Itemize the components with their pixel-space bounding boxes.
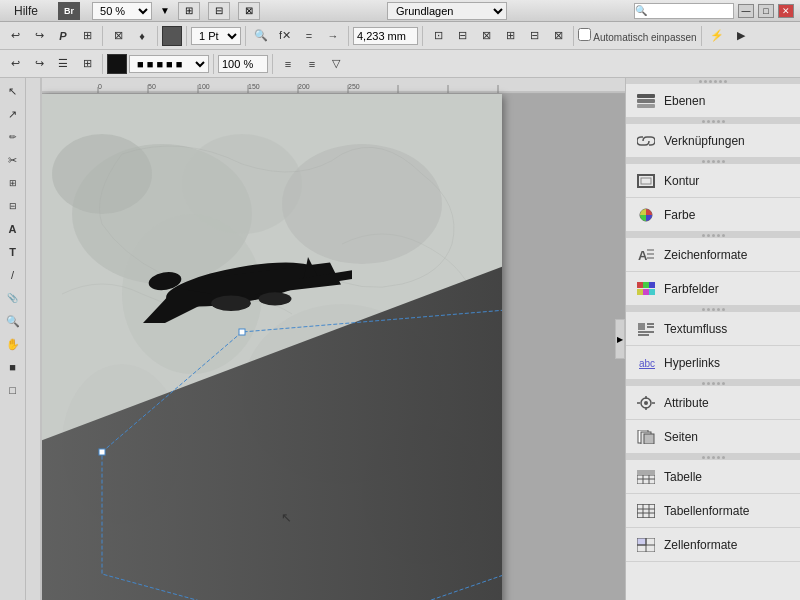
svg-rect-88 [637, 538, 646, 545]
undo-button[interactable]: ↩ [4, 25, 26, 47]
clip-tool[interactable]: 📎 [2, 287, 24, 309]
panel-item-tabellenformate[interactable]: Tabellenformate [626, 494, 800, 528]
svg-text:0: 0 [98, 83, 102, 90]
panel-item-farbfelder[interactable]: Farbfelder [626, 272, 800, 306]
select-tool[interactable]: ↖ [2, 80, 24, 102]
svg-rect-57 [649, 282, 655, 288]
view-btn-2[interactable]: ⊟ [208, 2, 230, 20]
panel-item-attribute[interactable]: Attribute [626, 386, 800, 420]
align-bottom[interactable]: ⊠ [547, 25, 569, 47]
close-button[interactable]: ✕ [778, 4, 794, 18]
autofit-checkbox[interactable] [578, 28, 591, 41]
type-vertical[interactable]: T [2, 241, 24, 263]
maximize-button[interactable]: □ [758, 4, 774, 18]
view-btn-3[interactable]: ⊠ [238, 2, 260, 20]
redo-button[interactable]: ↪ [28, 25, 50, 47]
distribute-v[interactable]: ⊟ [451, 25, 473, 47]
line-tool[interactable]: / [2, 264, 24, 286]
textumfluss-label: Textumfluss [664, 322, 727, 336]
stroke-color-select[interactable]: ■ ■ ■ ■ ■ [129, 55, 209, 73]
sep-s1 [102, 54, 103, 74]
align-left[interactable]: ⊠ [475, 25, 497, 47]
ellipse-tool[interactable]: ⊟ [2, 195, 24, 217]
align-top[interactable]: ⊟ [523, 25, 545, 47]
stroke-color-swatch[interactable] [107, 54, 127, 74]
svg-rect-47 [637, 104, 655, 108]
panel-item-zellenformate[interactable]: Zellenformate [626, 528, 800, 562]
rect-frame-tool[interactable]: ⊞ [2, 172, 24, 194]
panel-item-seiten[interactable]: Seiten [626, 420, 800, 454]
fill-box[interactable]: ■ [2, 356, 24, 378]
svg-point-23 [282, 144, 442, 264]
svg-rect-59 [643, 289, 649, 295]
sep-3 [186, 26, 187, 46]
sep-2 [157, 26, 158, 46]
tool-s3[interactable]: ☰ [52, 53, 74, 75]
panel-item-textumfluss[interactable]: Textumfluss [626, 312, 800, 346]
x-position-input[interactable] [353, 27, 418, 45]
direct-select[interactable]: ↗ [2, 103, 24, 125]
effects-tool[interactable]: ♦ [131, 25, 153, 47]
fill-color-swatch[interactable] [162, 26, 182, 46]
svg-text:200: 200 [298, 83, 310, 90]
zoom-out-btn[interactable]: 🔍 [250, 25, 272, 47]
textwrap-icon [636, 321, 656, 337]
align-left-para[interactable]: ≡ [277, 53, 299, 75]
svg-point-21 [52, 134, 152, 214]
align-right-para[interactable]: ≡ [301, 53, 323, 75]
panel-item-kontur[interactable]: Kontur [626, 164, 800, 198]
formula-btn[interactable]: f✕ [274, 25, 296, 47]
view-btn-1[interactable]: ⊞ [178, 2, 200, 20]
align-btn[interactable]: = [298, 25, 320, 47]
lightning-btn[interactable]: ⚡ [706, 25, 728, 47]
svg-point-37 [259, 292, 292, 305]
search-input[interactable] [634, 3, 734, 19]
svg-point-36 [211, 296, 251, 311]
hand-tool[interactable]: ✋ [2, 333, 24, 355]
panel-item-farbe[interactable]: Farbe [626, 198, 800, 232]
panel-item-zeichenformate[interactable]: A Zeichenformate [626, 238, 800, 272]
stroke-box[interactable]: □ [2, 379, 24, 401]
ruler-horizontal: 0 50 100 150 200 250 [26, 78, 625, 94]
svg-text:100: 100 [198, 83, 210, 90]
charformat-icon: A [636, 247, 656, 263]
panel-item-ebenen[interactable]: Ebenen [626, 84, 800, 118]
scissors-tool[interactable]: ✂ [2, 149, 24, 171]
tool-s1[interactable]: ↩ [4, 53, 26, 75]
svg-rect-55 [637, 282, 643, 288]
menu-hilfe[interactable]: Hilfe [6, 2, 46, 20]
document-page [42, 94, 502, 600]
rotate-tool[interactable]: ⊠ [107, 25, 129, 47]
distribute-h[interactable]: ⊡ [427, 25, 449, 47]
type-tool[interactable]: A [2, 218, 24, 240]
table-icon [636, 469, 656, 485]
align-right[interactable]: ⊞ [499, 25, 521, 47]
sep-6 [422, 26, 423, 46]
align-dropdown[interactable]: ▽ [325, 53, 347, 75]
zoom-tool[interactable]: 🔍 [2, 310, 24, 332]
transform-tool[interactable]: ⊞ [76, 25, 98, 47]
stroke-width-select[interactable]: 1 Pt [191, 27, 241, 45]
bridge-button[interactable]: Br [58, 2, 80, 20]
zoom-input[interactable] [218, 55, 268, 73]
panel-item-verknuepfungen[interactable]: Verknüpfungen [626, 124, 800, 158]
tableformat-icon [636, 503, 656, 519]
panel-item-hyperlinks[interactable]: abc Hyperlinks [626, 346, 800, 380]
text-tool[interactable]: P [52, 25, 74, 47]
minimize-button[interactable]: — [738, 4, 754, 18]
arrange-btn[interactable]: → [322, 25, 344, 47]
layers-icon [636, 93, 656, 109]
hyperlink-icon: abc [636, 355, 656, 371]
panel-collapse-handle[interactable]: ▶ [615, 319, 625, 359]
svg-text:A: A [638, 248, 648, 262]
panel-item-tabelle[interactable]: Tabelle [626, 460, 800, 494]
toolbar-primary: ↩ ↪ P ⊞ ⊠ ♦ 1 Pt 🔍 f✕ = → ⊡ ⊟ ⊠ ⊞ ⊟ ⊠ Au… [0, 22, 800, 50]
workspace-select[interactable]: Grundlagen [387, 2, 507, 20]
tool-s4[interactable]: ⊞ [76, 53, 98, 75]
svg-rect-75 [644, 434, 654, 444]
tool-s2[interactable]: ↪ [28, 53, 50, 75]
more-btn[interactable]: ▶ [730, 25, 752, 47]
pen-tool[interactable]: ✏ [2, 126, 24, 148]
zoom-select[interactable]: 50 % [92, 2, 152, 20]
sep-8 [701, 26, 702, 46]
